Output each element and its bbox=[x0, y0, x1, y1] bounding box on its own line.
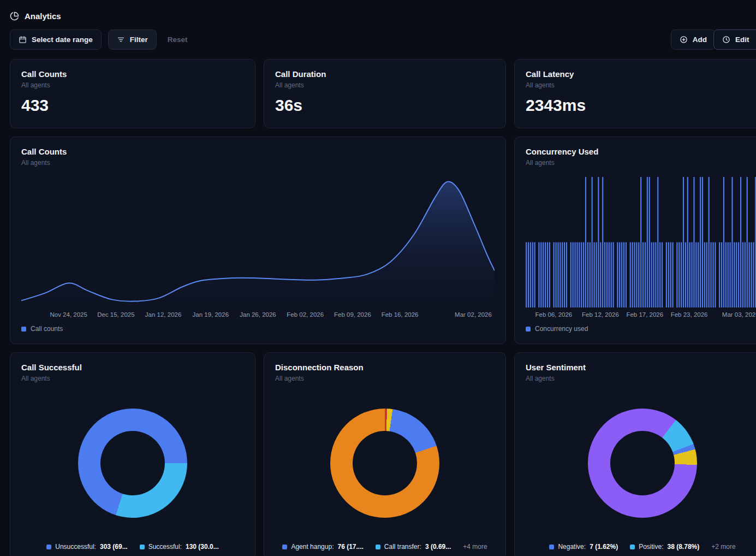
calendar-icon bbox=[19, 36, 27, 44]
card-title: Call Duration bbox=[275, 69, 495, 79]
x-tick-label: Feb 02, 2026 bbox=[287, 311, 324, 318]
edit-label: Edit bbox=[735, 36, 749, 44]
card-subtitle: All agents bbox=[526, 375, 756, 382]
disconnection-reason-card: Disconnection Reason All agents Agent ha… bbox=[264, 352, 506, 556]
add-label: Add bbox=[693, 36, 707, 44]
legend-swatch bbox=[376, 545, 380, 549]
edit-icon bbox=[722, 36, 730, 44]
legend-swatch bbox=[282, 545, 287, 549]
user-sentiment-donut-chart[interactable] bbox=[588, 409, 697, 518]
x-tick-label: Dec 15, 2025 bbox=[97, 311, 134, 318]
legend-more[interactable]: +4 more bbox=[463, 543, 487, 551]
call-successful-donut-chart[interactable] bbox=[78, 409, 187, 518]
legend-swatch bbox=[630, 545, 635, 549]
stat-value: 2343ms bbox=[526, 96, 756, 115]
legend-label: Positive: bbox=[639, 543, 663, 551]
legend-value: 130 (30.0... bbox=[186, 543, 219, 551]
card-subtitle: All agents bbox=[21, 375, 244, 382]
legend-value: 76 (17.... bbox=[337, 543, 363, 551]
legend-value: 3 (0.69... bbox=[425, 543, 451, 551]
legend-swatch bbox=[21, 327, 26, 332]
legend-label: Call transfer: bbox=[384, 543, 421, 551]
donut-hole bbox=[100, 431, 165, 495]
donut-legend: Negative: 7 (1.62%) Positive: 38 (8.78%)… bbox=[515, 543, 756, 551]
page-title: Analytics bbox=[25, 11, 61, 21]
legend-item-successful[interactable]: Successful: 130 (30.0... bbox=[140, 543, 219, 551]
x-tick-label: Feb 17, 2026 bbox=[626, 311, 663, 318]
stat-card-call-duration: Call Duration All agents 36s bbox=[264, 59, 506, 128]
add-button[interactable]: Add bbox=[671, 29, 716, 50]
legend-value: 7 (1.62%) bbox=[590, 543, 618, 551]
legend-value: 38 (8.78%) bbox=[668, 543, 700, 551]
stat-card-call-counts: Call Counts All agents 433 bbox=[10, 59, 255, 128]
card-title: User Sentiment bbox=[526, 363, 756, 372]
select-date-range-label: Select date range bbox=[32, 36, 93, 44]
x-tick-label: Jan 26, 2026 bbox=[240, 311, 276, 318]
legend-item-call-counts[interactable]: Call counts bbox=[21, 325, 63, 333]
donut-hole bbox=[610, 431, 675, 495]
x-axis-labels: Nov 24, 2025Dec 15, 2025Jan 12, 2026Jan … bbox=[21, 311, 495, 320]
card-title: Call Counts bbox=[21, 69, 244, 79]
legend-swatch bbox=[549, 545, 554, 549]
user-sentiment-card: User Sentiment All agents Negative: 7 (1… bbox=[514, 352, 756, 556]
x-tick-label: Feb 09, 2026 bbox=[334, 311, 371, 318]
legend-label: Call counts bbox=[31, 325, 63, 333]
x-tick-label: Feb 12, 2026 bbox=[582, 311, 619, 318]
stat-value: 433 bbox=[21, 96, 244, 115]
edit-button[interactable]: Edit bbox=[713, 29, 756, 50]
card-title: Call Successful bbox=[21, 363, 244, 372]
card-subtitle: All agents bbox=[275, 81, 495, 89]
legend-more[interactable]: +2 more bbox=[711, 543, 735, 551]
legend-item-call-transfer[interactable]: Call transfer: 3 (0.69... bbox=[376, 543, 451, 551]
card-title: Disconnection Reason bbox=[275, 363, 495, 372]
x-tick-label: Feb 16, 2026 bbox=[382, 311, 419, 318]
legend-label: Unsuccessful: bbox=[55, 543, 96, 551]
legend-item-agent-hangup[interactable]: Agent hangup: 76 (17.... bbox=[282, 543, 363, 551]
select-date-range-button[interactable]: Select date range bbox=[10, 29, 102, 50]
concurrency-used-chart-card: Concurrency Used All agents Feb 06, 2026… bbox=[514, 137, 756, 344]
call-successful-card: Call Successful All agents Unsuccessful:… bbox=[10, 352, 255, 556]
x-tick-label: Jan 19, 2026 bbox=[193, 311, 229, 318]
x-tick-label: Feb 06, 2026 bbox=[535, 311, 572, 318]
stat-value: 36s bbox=[275, 96, 495, 115]
legend-swatch bbox=[140, 545, 145, 549]
card-subtitle: All agents bbox=[526, 159, 756, 167]
legend-item-negative[interactable]: Negative: 7 (1.62%) bbox=[549, 543, 618, 551]
legend-swatch bbox=[526, 327, 531, 332]
legend-value: 303 (69... bbox=[100, 543, 128, 551]
app-header: Analytics bbox=[0, 0, 756, 21]
card-subtitle: All agents bbox=[21, 159, 495, 167]
call-counts-chart-card: Call Counts All agents Nov 24, 2025Dec 1… bbox=[10, 137, 506, 344]
card-subtitle: All agents bbox=[21, 81, 244, 89]
x-axis-labels: Feb 06, 2026Feb 12, 2026Feb 17, 2026Feb … bbox=[526, 311, 756, 320]
card-title: Call Counts bbox=[21, 147, 495, 156]
legend-label: Concurrency used bbox=[535, 325, 588, 333]
disconnection-reason-donut-chart[interactable] bbox=[330, 409, 439, 518]
dashboard-grid: Call Counts All agents 433 Call Duration… bbox=[0, 59, 756, 556]
card-subtitle: All agents bbox=[526, 81, 756, 89]
stat-card-call-latency: Call Latency All agents 2343ms bbox=[514, 59, 756, 128]
legend-item-unsuccessful[interactable]: Unsuccessful: 303 (69... bbox=[46, 543, 127, 551]
x-tick-label: Feb 23, 2026 bbox=[671, 311, 708, 318]
donut-legend: Agent hangup: 76 (17.... Call transfer: … bbox=[264, 543, 505, 551]
x-tick-label: Jan 12, 2026 bbox=[145, 311, 182, 318]
x-tick-label: Mar 03, 2026 bbox=[722, 311, 756, 318]
legend-label: Successful: bbox=[148, 543, 182, 551]
legend-item-positive[interactable]: Positive: 38 (8.78%) bbox=[630, 543, 699, 551]
legend-label: Agent hangup: bbox=[291, 543, 334, 551]
donut-hole bbox=[353, 431, 417, 495]
filter-button[interactable]: Filter bbox=[108, 29, 157, 50]
filter-icon bbox=[117, 36, 125, 44]
filter-label: Filter bbox=[130, 36, 148, 44]
x-tick-label: Nov 24, 2025 bbox=[50, 311, 87, 318]
legend-label: Negative: bbox=[558, 543, 586, 551]
concurrency-bar-chart[interactable] bbox=[526, 174, 756, 307]
legend-swatch bbox=[46, 545, 51, 549]
legend-item-concurrency-used[interactable]: Concurrency used bbox=[526, 325, 588, 333]
x-tick-label: Mar 02, 2026 bbox=[455, 311, 492, 318]
reset-button[interactable]: Reset bbox=[163, 36, 192, 44]
donut-legend: Unsuccessful: 303 (69... Successful: 130… bbox=[10, 543, 255, 551]
analytics-pie-icon bbox=[10, 11, 19, 21]
card-subtitle: All agents bbox=[275, 375, 495, 382]
call-counts-area-chart[interactable] bbox=[21, 174, 495, 307]
